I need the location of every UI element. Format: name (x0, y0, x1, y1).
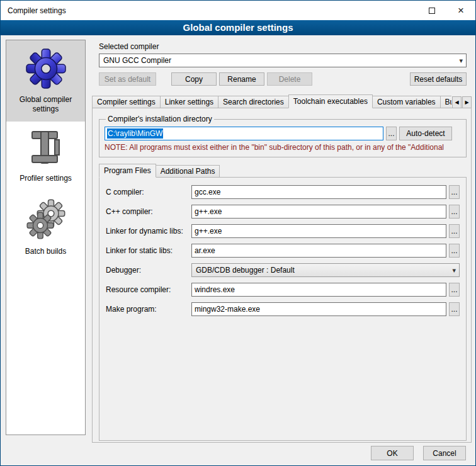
toolchain-field-row: Debugger: GDB/CDB debugger : Default ▾ (106, 263, 460, 277)
cancel-button[interactable]: Cancel (423, 446, 466, 460)
toolchain-fields: C compiler: ... C++ compiler: ... Linker… (106, 185, 460, 316)
maximize-icon (429, 8, 435, 14)
tab-search-directories[interactable]: Search directories (218, 96, 289, 108)
tab-build[interactable]: Build (440, 96, 451, 108)
tab-custom-variables[interactable]: Custom variables (372, 96, 441, 108)
tab-linker-settings[interactable]: Linker settings (160, 96, 218, 108)
compiler-select[interactable]: GNU GCC Compiler ▾ (99, 54, 467, 67)
blue-gear-icon (25, 48, 67, 89)
toolchain-field-row: C++ compiler: ... (106, 205, 460, 219)
close-icon: × (458, 5, 464, 16)
field-label: C compiler: (106, 188, 191, 196)
field-combo-value: GDB/CDB debugger : Default (196, 266, 450, 275)
toolchain-field-row: Resource compiler: ... (106, 283, 460, 297)
main-tab-strip: Compiler settingsLinker settingsSearch d… (92, 94, 451, 108)
window-title: Compiler settings (1, 1, 417, 20)
subtab-additional-paths[interactable]: Additional Paths (156, 165, 220, 178)
field-input[interactable] (191, 185, 446, 199)
copy-button[interactable]: Copy (171, 72, 217, 86)
field-input[interactable] (191, 205, 446, 219)
field-label: Debugger: (106, 266, 191, 275)
field-label: Resource compiler: (106, 285, 191, 294)
rename-button[interactable]: Rename (219, 72, 264, 86)
gray-gears-icon (26, 198, 66, 241)
installation-directory-row: C:\raylib\MinGW ... Auto-detect (105, 127, 461, 140)
subtab-program-files[interactable]: Program Files (99, 164, 156, 178)
settings-category-list: Global compiler settings Profiler settin… (6, 40, 86, 435)
autodetect-button[interactable]: Auto-detect (399, 127, 452, 140)
titlebar: Compiler settings × (1, 1, 475, 20)
sidebar-item-global-compiler-settings[interactable]: Global compiler settings (6, 40, 85, 122)
selected-compiler-label: Selected compiler (99, 42, 472, 51)
field-combo[interactable]: GDB/CDB debugger : Default ▾ (191, 263, 460, 277)
toolchain-executables-page: Compiler's installation directory C:\ray… (92, 108, 472, 443)
installation-directory-label: Compiler's installation directory (106, 115, 214, 123)
field-browse-button[interactable]: ... (449, 224, 460, 238)
field-browse-button[interactable]: ... (449, 185, 460, 199)
field-input[interactable] (191, 244, 446, 258)
tab-scroll-right-button[interactable]: ▶ (462, 96, 472, 108)
sub-tabbar: Program FilesAdditional Paths (99, 164, 467, 178)
dialog-footer: OK Cancel (371, 446, 466, 460)
chevron-down-icon: ▾ (450, 266, 456, 275)
field-label: C++ compiler: (106, 207, 191, 216)
field-label: Make program: (106, 305, 191, 314)
toolchain-field-row: Linker for dynamic libs: ... (106, 224, 460, 238)
sub-tab-strip: Program FilesAdditional Paths (99, 164, 467, 178)
sidebar-item-batch-builds[interactable]: Batch builds (6, 191, 85, 264)
delete-button[interactable]: Delete (267, 72, 312, 86)
maximize-button[interactable] (417, 1, 446, 20)
field-label: Linker for dynamic libs: (106, 227, 191, 236)
toolchain-field-row: C compiler: ... (106, 185, 460, 199)
main-panel: Selected compiler GNU GCC Compiler ▾ Set… (92, 38, 472, 443)
program-files-notebook: Program FilesAdditional Paths C compiler… (99, 164, 467, 441)
settings-notebook: Compiler settingsLinker settingsSearch d… (92, 94, 472, 443)
page-title: Global compiler settings (1, 20, 475, 35)
toolchain-field-row: Make program: ... (106, 302, 460, 316)
bin-subdirectory-note: NOTE: All programs must exist either in … (105, 143, 461, 152)
tab-compiler-settings[interactable]: Compiler settings (92, 96, 161, 108)
compiler-buttons: Set as defaultCopyRenameDeleteReset defa… (99, 72, 467, 86)
scroll-right-icon: ▶ (465, 99, 468, 105)
scroll-left-icon: ◀ (455, 99, 458, 105)
sidebar-item-label: Global compiler settings (8, 95, 83, 114)
chevron-down-icon: ▾ (456, 57, 463, 65)
program-files-page: C compiler: ... C++ compiler: ... Linker… (99, 177, 467, 441)
install-dir-browse-button[interactable]: ... (386, 127, 397, 140)
clamp-tool-icon (28, 129, 64, 168)
installation-directory-group: Compiler's installation directory C:\ray… (99, 115, 467, 157)
field-browse-button[interactable]: ... (449, 283, 460, 297)
install-dir-input[interactable]: C:\raylib\MinGW (105, 127, 383, 140)
compiler-select-value: GNU GCC Compiler (103, 56, 456, 65)
field-browse-button[interactable]: ... (449, 205, 460, 219)
toolchain-field-row: Linker for static libs: ... (106, 244, 460, 258)
sidebar-item-label: Batch builds (25, 247, 66, 256)
reset-defaults-button[interactable]: Reset defaults (410, 72, 467, 86)
set-as-default-button[interactable]: Set as default (99, 72, 156, 86)
field-input[interactable] (191, 283, 446, 297)
field-browse-button[interactable]: ... (449, 302, 460, 316)
ok-button[interactable]: OK (371, 446, 414, 460)
tab-scroll-left-button[interactable]: ◀ (452, 96, 462, 108)
compiler-settings-dialog: Compiler settings × Global compiler sett… (0, 0, 476, 466)
install-dir-selected-text: C:\raylib\MinGW (107, 128, 163, 139)
sidebar-item-label: Profiler settings (20, 174, 72, 183)
main-tabbar: Compiler settingsLinker settingsSearch d… (92, 94, 472, 108)
close-button[interactable]: × (446, 1, 475, 20)
sidebar-item-profiler-settings[interactable]: Profiler settings (6, 122, 85, 191)
field-label: Linker for static libs: (106, 246, 191, 255)
tab-toolchain-executables[interactable]: Toolchain executables (288, 94, 373, 108)
field-browse-button[interactable]: ... (449, 244, 460, 258)
field-input[interactable] (191, 224, 446, 238)
field-input[interactable] (191, 302, 446, 316)
